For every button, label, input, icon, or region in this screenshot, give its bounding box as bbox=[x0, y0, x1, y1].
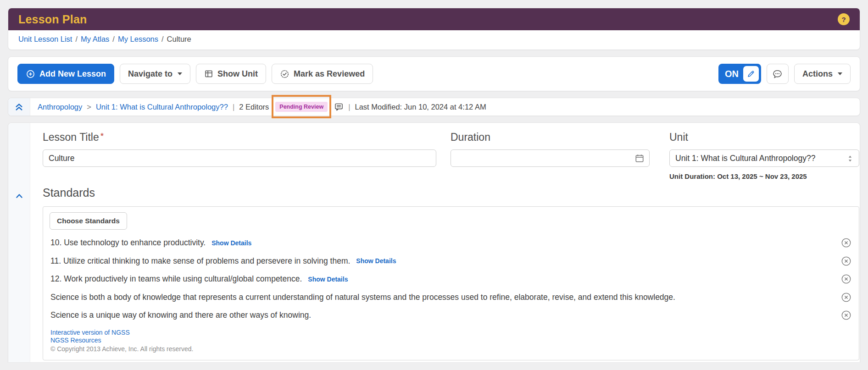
standard-row: 11. Utilize critical thinking to make se… bbox=[43, 252, 859, 271]
last-modified-text: Last Modified: Jun 10, 2024 at 4:12 AM bbox=[355, 103, 486, 111]
breadcrumb-my-lessons[interactable]: My Lessons bbox=[118, 35, 158, 43]
layout-icon bbox=[204, 69, 213, 78]
seal-check-icon bbox=[280, 69, 289, 79]
standards-heading: Standards bbox=[43, 186, 859, 199]
lesson-title-input[interactable] bbox=[43, 149, 436, 167]
duration-input[interactable] bbox=[451, 149, 650, 167]
double-chevron-up-icon bbox=[14, 102, 24, 112]
lesson-status-toggle[interactable]: ON bbox=[718, 64, 761, 84]
lesson-meta-row: Lesson Title* Duration Unit Unit 1 bbox=[43, 128, 859, 180]
standards-box: Choose Standards 10. Use technology to e… bbox=[43, 206, 859, 360]
standard-text: 10. Use technology to enhance productivi… bbox=[50, 238, 206, 248]
comments-button[interactable] bbox=[767, 64, 789, 84]
standard-text: Science is both a body of knowledge that… bbox=[50, 293, 675, 302]
duration-input-wrap bbox=[451, 149, 650, 167]
toggle-on-label: ON bbox=[725, 69, 739, 79]
standard-row: 10. Use technology to enhance productivi… bbox=[43, 234, 859, 252]
section-gutter bbox=[8, 123, 30, 362]
lesson-form-content: Lesson Title* Duration Unit Unit 1 bbox=[30, 123, 860, 362]
unit-select-value: Unit 1: What is Cultural Anthropology?? bbox=[675, 154, 815, 163]
chevron-down-icon bbox=[178, 72, 182, 75]
add-new-lesson-label: Add New Lesson bbox=[39, 69, 106, 79]
breadcrumb-unit-lesson-list[interactable]: Unit Lesson List bbox=[18, 35, 72, 43]
chevron-separator: > bbox=[87, 103, 91, 111]
show-details-link[interactable]: Show Details bbox=[211, 239, 251, 247]
standards-collapse-chevron-icon[interactable] bbox=[15, 192, 24, 203]
speech-bubble-icon bbox=[772, 69, 783, 79]
lesson-title-label-text: Lesson Title bbox=[43, 131, 99, 143]
breadcrumb-separator: / bbox=[75, 35, 78, 43]
remove-standard-button[interactable] bbox=[841, 256, 851, 266]
breadcrumb-separator: / bbox=[161, 35, 164, 43]
standard-text: Science is a unique way of knowing and t… bbox=[50, 310, 311, 320]
show-details-link[interactable]: Show Details bbox=[308, 276, 348, 283]
breadcrumb-current-page: Culture bbox=[167, 35, 191, 43]
help-icon[interactable]: ? bbox=[838, 13, 850, 25]
page: Lesson Plan ? Unit Lesson List/My Atlas/… bbox=[0, 0, 868, 370]
select-arrows-icon bbox=[846, 154, 855, 166]
mark-as-reviewed-button[interactable]: Mark as Reviewed bbox=[272, 64, 373, 84]
actions-label: Actions bbox=[802, 69, 833, 79]
show-unit-label: Show Unit bbox=[217, 69, 258, 79]
pipe-separator: | bbox=[233, 103, 234, 111]
standards-section: Standards Choose Standards 10. Use techn… bbox=[43, 186, 859, 360]
remove-standard-button[interactable] bbox=[841, 292, 851, 303]
ngss-interactive-link[interactable]: Interactive version of NGSS bbox=[50, 329, 851, 337]
ngss-resources-link[interactable]: NGSS Resources bbox=[50, 337, 851, 344]
page-header: Lesson Plan ? bbox=[8, 8, 860, 30]
lesson-form-card: Lesson Title* Duration Unit Unit 1 bbox=[8, 122, 860, 362]
choose-standards-button[interactable]: Choose Standards bbox=[50, 212, 127, 230]
chevron-down-icon bbox=[838, 72, 842, 75]
required-asterisk: * bbox=[100, 131, 104, 141]
comment-note-icon[interactable] bbox=[334, 102, 344, 112]
duration-field-group: Duration bbox=[451, 128, 650, 180]
breadcrumb-separator: / bbox=[112, 35, 115, 43]
lesson-context-content: Anthropology > Unit 1: What is Cultural … bbox=[30, 102, 494, 112]
breadcrumb-my-atlas[interactable]: My Atlas bbox=[81, 35, 109, 43]
copyright-text: © Copyright 2013 Achieve, Inc. All right… bbox=[50, 345, 851, 353]
actions-button[interactable]: Actions bbox=[794, 64, 851, 84]
standard-text: 12. Work productively in teams while usi… bbox=[50, 274, 302, 284]
show-unit-button[interactable]: Show Unit bbox=[196, 64, 266, 84]
unit-link[interactable]: Unit 1: What is Cultural Anthropology?? bbox=[96, 103, 228, 111]
lesson-title-label: Lesson Title* bbox=[43, 131, 436, 144]
show-details-link[interactable]: Show Details bbox=[356, 257, 396, 265]
mark-as-reviewed-label: Mark as Reviewed bbox=[294, 69, 365, 79]
pipe-separator: | bbox=[348, 103, 350, 111]
standard-row: Science is a unique way of knowing and t… bbox=[43, 306, 859, 325]
status-badge: Pending Review bbox=[275, 102, 328, 112]
plus-circle-icon bbox=[26, 69, 35, 79]
header-card: Lesson Plan ? Unit Lesson List/My Atlas/… bbox=[8, 8, 860, 50]
remove-standard-button[interactable] bbox=[841, 237, 851, 248]
remove-standard-button[interactable] bbox=[841, 274, 851, 284]
add-new-lesson-button[interactable]: Add New Lesson bbox=[17, 64, 114, 84]
unit-duration-note: Unit Duration: Oct 13, 2025 ~ Nov 23, 20… bbox=[669, 172, 859, 180]
lesson-title-field-group: Lesson Title* bbox=[43, 128, 436, 180]
page-title: Lesson Plan bbox=[18, 13, 87, 26]
pencil-icon[interactable] bbox=[743, 66, 759, 82]
editors-count: 2 Editors bbox=[239, 103, 269, 111]
unit-field-group: Unit Unit 1: What is Cultural Anthropolo… bbox=[669, 128, 859, 180]
remove-standard-button[interactable] bbox=[841, 310, 851, 320]
unit-select[interactable]: Unit 1: What is Cultural Anthropology?? bbox=[669, 149, 859, 167]
standard-text: 11. Utilize critical thinking to make se… bbox=[50, 256, 350, 266]
lesson-context-bar: Anthropology > Unit 1: What is Cultural … bbox=[8, 98, 860, 116]
collapse-all-button[interactable] bbox=[8, 98, 30, 116]
navigate-to-label: Navigate to bbox=[128, 69, 172, 79]
duration-label: Duration bbox=[451, 131, 650, 144]
status-badge-wrap: Pending Review bbox=[275, 102, 328, 112]
standard-row: Science is both a body of knowledge that… bbox=[43, 288, 859, 307]
breadcrumb: Unit Lesson List/My Atlas/My Lessons/Cul… bbox=[8, 30, 860, 50]
subject-link[interactable]: Anthropology bbox=[38, 103, 82, 111]
standards-footer: Interactive version of NGSS NGSS Resourc… bbox=[43, 325, 859, 354]
navigate-to-button[interactable]: Navigate to bbox=[120, 64, 190, 84]
unit-label: Unit bbox=[669, 131, 859, 144]
toolbar: Add New Lesson Navigate to Show Unit Mar… bbox=[8, 56, 860, 91]
standard-row: 12. Work productively in teams while usi… bbox=[43, 270, 859, 288]
toolbar-right-group: ON Actions bbox=[718, 64, 851, 84]
